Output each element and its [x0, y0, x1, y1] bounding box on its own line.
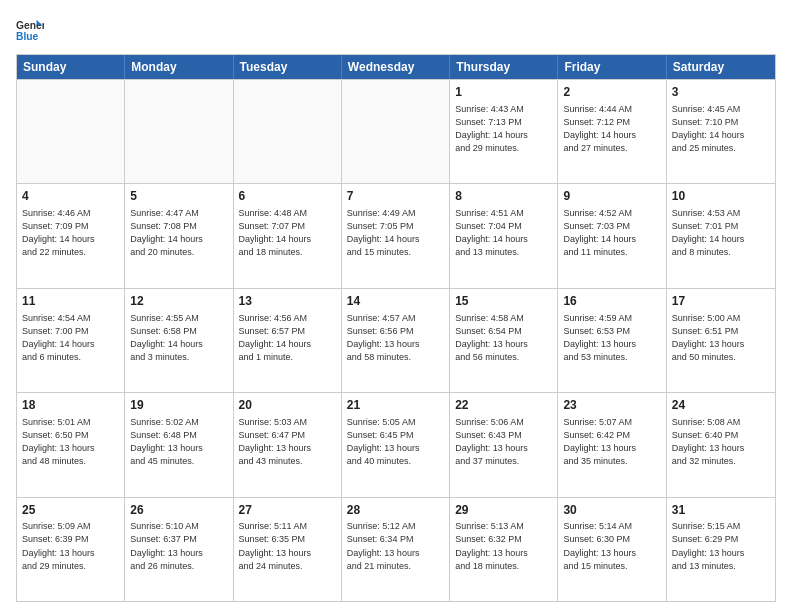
day-number: 27: [239, 502, 336, 519]
cell-detail: Sunrise: 5:14 AM Sunset: 6:30 PM Dayligh…: [563, 520, 660, 572]
day-number: 12: [130, 293, 227, 310]
logo-icon: General Blue: [16, 16, 44, 44]
calendar-cell: 2Sunrise: 4:44 AM Sunset: 7:12 PM Daylig…: [558, 80, 666, 183]
calendar-cell: 13Sunrise: 4:56 AM Sunset: 6:57 PM Dayli…: [234, 289, 342, 392]
day-number: 28: [347, 502, 444, 519]
cell-detail: Sunrise: 4:46 AM Sunset: 7:09 PM Dayligh…: [22, 207, 119, 259]
calendar-cell: 15Sunrise: 4:58 AM Sunset: 6:54 PM Dayli…: [450, 289, 558, 392]
calendar-cell: 31Sunrise: 5:15 AM Sunset: 6:29 PM Dayli…: [667, 498, 775, 601]
cell-detail: Sunrise: 4:57 AM Sunset: 6:56 PM Dayligh…: [347, 312, 444, 364]
day-number: 13: [239, 293, 336, 310]
cell-detail: Sunrise: 5:03 AM Sunset: 6:47 PM Dayligh…: [239, 416, 336, 468]
cell-detail: Sunrise: 4:54 AM Sunset: 7:00 PM Dayligh…: [22, 312, 119, 364]
day-number: 16: [563, 293, 660, 310]
calendar-cell: 20Sunrise: 5:03 AM Sunset: 6:47 PM Dayli…: [234, 393, 342, 496]
cell-detail: Sunrise: 4:43 AM Sunset: 7:13 PM Dayligh…: [455, 103, 552, 155]
svg-text:General: General: [16, 20, 44, 31]
calendar-cell: 12Sunrise: 4:55 AM Sunset: 6:58 PM Dayli…: [125, 289, 233, 392]
cell-detail: Sunrise: 5:01 AM Sunset: 6:50 PM Dayligh…: [22, 416, 119, 468]
calendar-header: SundayMondayTuesdayWednesdayThursdayFrid…: [17, 55, 775, 79]
calendar-cell: 5Sunrise: 4:47 AM Sunset: 7:08 PM Daylig…: [125, 184, 233, 287]
weekday-header-saturday: Saturday: [667, 55, 775, 79]
cell-detail: Sunrise: 4:52 AM Sunset: 7:03 PM Dayligh…: [563, 207, 660, 259]
cell-detail: Sunrise: 4:44 AM Sunset: 7:12 PM Dayligh…: [563, 103, 660, 155]
day-number: 11: [22, 293, 119, 310]
day-number: 24: [672, 397, 770, 414]
cell-detail: Sunrise: 5:02 AM Sunset: 6:48 PM Dayligh…: [130, 416, 227, 468]
day-number: 1: [455, 84, 552, 101]
calendar-cell: 28Sunrise: 5:12 AM Sunset: 6:34 PM Dayli…: [342, 498, 450, 601]
day-number: 5: [130, 188, 227, 205]
cell-detail: Sunrise: 4:45 AM Sunset: 7:10 PM Dayligh…: [672, 103, 770, 155]
page: General Blue SundayMondayTuesdayWednesda…: [0, 0, 792, 612]
calendar: SundayMondayTuesdayWednesdayThursdayFrid…: [16, 54, 776, 602]
cell-detail: Sunrise: 5:12 AM Sunset: 6:34 PM Dayligh…: [347, 520, 444, 572]
calendar-row-1: 4Sunrise: 4:46 AM Sunset: 7:09 PM Daylig…: [17, 183, 775, 287]
cell-detail: Sunrise: 4:55 AM Sunset: 6:58 PM Dayligh…: [130, 312, 227, 364]
weekday-header-wednesday: Wednesday: [342, 55, 450, 79]
calendar-cell: 22Sunrise: 5:06 AM Sunset: 6:43 PM Dayli…: [450, 393, 558, 496]
calendar-cell: 6Sunrise: 4:48 AM Sunset: 7:07 PM Daylig…: [234, 184, 342, 287]
day-number: 30: [563, 502, 660, 519]
day-number: 15: [455, 293, 552, 310]
cell-detail: Sunrise: 5:13 AM Sunset: 6:32 PM Dayligh…: [455, 520, 552, 572]
calendar-cell: 30Sunrise: 5:14 AM Sunset: 6:30 PM Dayli…: [558, 498, 666, 601]
calendar-cell: 23Sunrise: 5:07 AM Sunset: 6:42 PM Dayli…: [558, 393, 666, 496]
day-number: 23: [563, 397, 660, 414]
day-number: 10: [672, 188, 770, 205]
calendar-cell: 7Sunrise: 4:49 AM Sunset: 7:05 PM Daylig…: [342, 184, 450, 287]
cell-detail: Sunrise: 4:53 AM Sunset: 7:01 PM Dayligh…: [672, 207, 770, 259]
day-number: 26: [130, 502, 227, 519]
calendar-row-2: 11Sunrise: 4:54 AM Sunset: 7:00 PM Dayli…: [17, 288, 775, 392]
cell-detail: Sunrise: 5:00 AM Sunset: 6:51 PM Dayligh…: [672, 312, 770, 364]
day-number: 9: [563, 188, 660, 205]
calendar-cell: 11Sunrise: 4:54 AM Sunset: 7:00 PM Dayli…: [17, 289, 125, 392]
day-number: 29: [455, 502, 552, 519]
calendar-cell: 14Sunrise: 4:57 AM Sunset: 6:56 PM Dayli…: [342, 289, 450, 392]
day-number: 3: [672, 84, 770, 101]
calendar-row-3: 18Sunrise: 5:01 AM Sunset: 6:50 PM Dayli…: [17, 392, 775, 496]
calendar-cell: 25Sunrise: 5:09 AM Sunset: 6:39 PM Dayli…: [17, 498, 125, 601]
cell-detail: Sunrise: 4:59 AM Sunset: 6:53 PM Dayligh…: [563, 312, 660, 364]
day-number: 7: [347, 188, 444, 205]
calendar-row-0: 1Sunrise: 4:43 AM Sunset: 7:13 PM Daylig…: [17, 79, 775, 183]
logo: General Blue: [16, 16, 44, 44]
weekday-header-thursday: Thursday: [450, 55, 558, 79]
day-number: 6: [239, 188, 336, 205]
calendar-cell: 27Sunrise: 5:11 AM Sunset: 6:35 PM Dayli…: [234, 498, 342, 601]
weekday-header-tuesday: Tuesday: [234, 55, 342, 79]
day-number: 20: [239, 397, 336, 414]
calendar-cell: [342, 80, 450, 183]
calendar-cell: 3Sunrise: 4:45 AM Sunset: 7:10 PM Daylig…: [667, 80, 775, 183]
calendar-cell: 4Sunrise: 4:46 AM Sunset: 7:09 PM Daylig…: [17, 184, 125, 287]
weekday-header-monday: Monday: [125, 55, 233, 79]
cell-detail: Sunrise: 4:56 AM Sunset: 6:57 PM Dayligh…: [239, 312, 336, 364]
calendar-cell: 19Sunrise: 5:02 AM Sunset: 6:48 PM Dayli…: [125, 393, 233, 496]
calendar-cell: 17Sunrise: 5:00 AM Sunset: 6:51 PM Dayli…: [667, 289, 775, 392]
day-number: 21: [347, 397, 444, 414]
day-number: 19: [130, 397, 227, 414]
calendar-cell: 8Sunrise: 4:51 AM Sunset: 7:04 PM Daylig…: [450, 184, 558, 287]
calendar-cell: 21Sunrise: 5:05 AM Sunset: 6:45 PM Dayli…: [342, 393, 450, 496]
day-number: 31: [672, 502, 770, 519]
day-number: 17: [672, 293, 770, 310]
cell-detail: Sunrise: 4:49 AM Sunset: 7:05 PM Dayligh…: [347, 207, 444, 259]
cell-detail: Sunrise: 5:06 AM Sunset: 6:43 PM Dayligh…: [455, 416, 552, 468]
cell-detail: Sunrise: 4:47 AM Sunset: 7:08 PM Dayligh…: [130, 207, 227, 259]
cell-detail: Sunrise: 5:09 AM Sunset: 6:39 PM Dayligh…: [22, 520, 119, 572]
cell-detail: Sunrise: 4:51 AM Sunset: 7:04 PM Dayligh…: [455, 207, 552, 259]
calendar-cell: 16Sunrise: 4:59 AM Sunset: 6:53 PM Dayli…: [558, 289, 666, 392]
cell-detail: Sunrise: 5:05 AM Sunset: 6:45 PM Dayligh…: [347, 416, 444, 468]
day-number: 14: [347, 293, 444, 310]
calendar-cell: 24Sunrise: 5:08 AM Sunset: 6:40 PM Dayli…: [667, 393, 775, 496]
cell-detail: Sunrise: 4:58 AM Sunset: 6:54 PM Dayligh…: [455, 312, 552, 364]
day-number: 4: [22, 188, 119, 205]
day-number: 2: [563, 84, 660, 101]
calendar-row-4: 25Sunrise: 5:09 AM Sunset: 6:39 PM Dayli…: [17, 497, 775, 601]
calendar-cell: [17, 80, 125, 183]
cell-detail: Sunrise: 5:08 AM Sunset: 6:40 PM Dayligh…: [672, 416, 770, 468]
cell-detail: Sunrise: 5:11 AM Sunset: 6:35 PM Dayligh…: [239, 520, 336, 572]
calendar-cell: [125, 80, 233, 183]
day-number: 22: [455, 397, 552, 414]
calendar-cell: 10Sunrise: 4:53 AM Sunset: 7:01 PM Dayli…: [667, 184, 775, 287]
